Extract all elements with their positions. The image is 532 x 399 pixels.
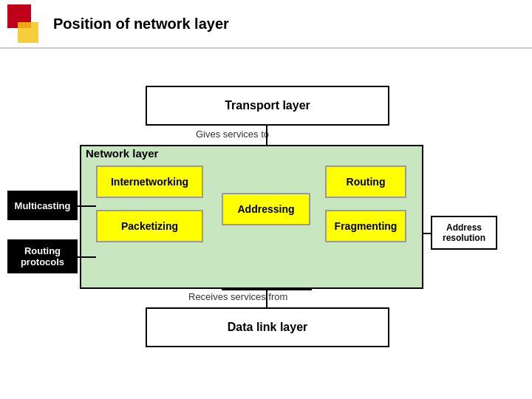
connector-bottom-horizontal: [222, 289, 312, 290]
packetizing-label: Packetizing: [121, 220, 178, 232]
internetworking-label: Internetworking: [111, 176, 188, 188]
connector-bottom-vertical: [266, 289, 267, 308]
data-link-layer-label: Data link layer: [228, 321, 308, 334]
routing-label: Routing: [347, 176, 386, 188]
connector-multicasting: [78, 205, 96, 207]
transport-layer-box: Transport layer: [146, 86, 389, 126]
connector-address-resolution: [423, 233, 431, 234]
multicasting-label: Multicasting: [15, 200, 71, 211]
transport-layer-label: Transport layer: [225, 99, 310, 112]
diagram: Transport layer Gives services to Networ…: [0, 49, 532, 396]
addressing-label: Addressing: [237, 203, 294, 215]
connector-routing-protocols: [78, 256, 96, 258]
data-link-layer-box: Data link layer: [146, 307, 389, 347]
address-resolution-label: Address resolution: [432, 222, 496, 243]
network-layer-label: Network layer: [86, 147, 158, 160]
fragmenting-label: Fragmenting: [335, 220, 398, 232]
addressing-box: Addressing: [222, 193, 310, 225]
fragmenting-box: Fragmenting: [325, 210, 406, 242]
address-resolution-box: Address resolution: [431, 216, 497, 250]
routing-protocols-box: Routing protocols: [7, 239, 78, 273]
logo: [7, 4, 46, 43]
multicasting-box: Multicasting: [7, 191, 78, 220]
header: Position of network layer: [0, 0, 532, 49]
page-title: Position of network layer: [53, 16, 229, 33]
routing-protocols-label: Routing protocols: [9, 245, 76, 267]
packetizing-box: Packetizing: [96, 210, 203, 242]
logo-yellow: [18, 22, 38, 43]
routing-box: Routing: [325, 166, 406, 198]
gives-services-label: Gives services to: [196, 129, 269, 140]
receives-services-label: Receives services from: [188, 291, 287, 302]
internetworking-box: Internetworking: [96, 166, 203, 198]
connector-top-vertical: [266, 126, 267, 146]
